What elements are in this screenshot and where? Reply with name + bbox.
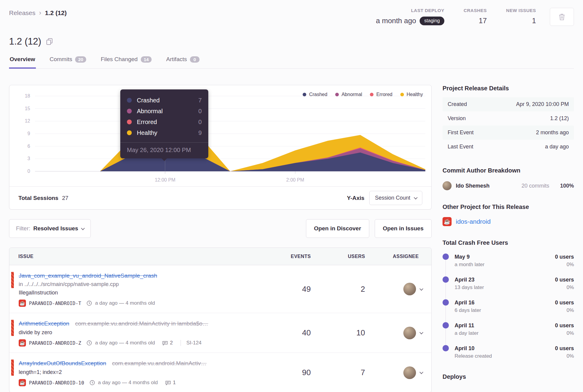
- chevron-down-icon[interactable]: [420, 370, 424, 374]
- open-in-discover-button[interactable]: Open in Discover: [306, 219, 369, 238]
- project-slug: PARANOID-ANDROID-10: [29, 380, 84, 386]
- author-avatar: [443, 181, 452, 190]
- crash-free-timeline-item: April 11 a day later 0 users 0%: [443, 322, 574, 337]
- detail-label: First Event: [448, 129, 474, 136]
- chevron-down-icon: [414, 196, 418, 200]
- main-column: 036912151812:00 PM2:00 PM CrashedAbnorma…: [9, 85, 432, 392]
- clock-icon: [90, 380, 95, 385]
- svg-text:9: 9: [27, 131, 30, 136]
- tab-artifacts[interactable]: Artifacts0: [165, 56, 200, 69]
- breadcrumb: Releases › 1.2 (12): [9, 8, 67, 17]
- svg-text:3: 3: [27, 156, 30, 161]
- timeline-users: 0 users: [555, 322, 574, 329]
- legend-label: Errored: [376, 92, 392, 97]
- timeline-percent: 0%: [555, 306, 574, 314]
- timeline-subtext: 13 days later: [455, 284, 484, 291]
- section-title: Total Crash Free Users: [443, 239, 574, 246]
- project-slug: PARANOID-ANDROID-Z: [29, 340, 81, 346]
- last-deploy-value: a month ago: [376, 17, 416, 25]
- legend-label: Abnormal: [342, 92, 362, 97]
- issues-filter-dropdown[interactable]: Filter: Resolved Issues: [9, 219, 91, 238]
- stacked-area-chart[interactable]: 036912151812:00 PM2:00 PM: [9, 87, 431, 186]
- issue-culprit: com.example.vu.android.MainActiv…: [112, 360, 207, 366]
- issue-users-count: 7: [311, 368, 365, 377]
- issue-message: length=1; index=2: [19, 368, 260, 376]
- tooltip-arrow: [162, 158, 167, 161]
- crash-free-users-section: Total Crash Free Users May 9 a month lat…: [443, 239, 574, 360]
- legend-item-errored[interactable]: Errored: [370, 92, 392, 97]
- other-project-section: Other Project for This Release ☕ idos-an…: [443, 204, 574, 226]
- crash-free-timeline: May 9 a month later 0 users 0% April 23 …: [443, 253, 574, 360]
- project-icon: ☕: [19, 379, 26, 386]
- legend-item-healthy[interactable]: Healthy: [400, 92, 423, 97]
- detail-label: Version: [448, 115, 466, 122]
- issue-title-link[interactable]: Java_com_example_vu_android_NativeSample…: [19, 272, 157, 279]
- tab-commits[interactable]: Commits20: [49, 56, 87, 69]
- tooltip-row-abnormal: Abnormal0: [127, 106, 202, 117]
- assignee-avatar[interactable]: [403, 327, 416, 339]
- issue-events-count: 49: [263, 285, 311, 294]
- tab-files-changed[interactable]: Files Changed14: [100, 56, 152, 69]
- sessions-chart-card: 036912151812:00 PM2:00 PM CrashedAbnorma…: [9, 85, 432, 210]
- issue-title-link[interactable]: ArrayIndexOutOfBoundsException: [19, 360, 106, 366]
- chevron-down-icon[interactable]: [420, 287, 424, 291]
- yaxis-selected-value: Session Count: [375, 195, 410, 201]
- breadcrumb-releases[interactable]: Releases: [9, 9, 36, 17]
- issue-age: a day ago — 4 months old: [95, 340, 155, 346]
- issue-location: in ../../../../src/main/cpp/native-sampl…: [19, 280, 260, 288]
- tab-label: Commits: [50, 56, 72, 63]
- chevron-down-icon[interactable]: [420, 331, 424, 334]
- legend-dot-icon: [400, 93, 404, 96]
- timeline-percent: 0%: [555, 261, 574, 269]
- detail-value: Apr 9, 2020 10:00 PM: [516, 101, 569, 107]
- section-title: Deploys: [443, 373, 574, 380]
- author-percent: 100%: [560, 183, 574, 189]
- timeline-date: April 23: [455, 276, 484, 284]
- assignee-avatar[interactable]: [403, 283, 416, 295]
- timeline-users: 0 users: [555, 344, 574, 352]
- delete-release-button[interactable]: [550, 8, 574, 26]
- clock-icon: [87, 340, 92, 346]
- stat-new-issues: NEW ISSUES 1: [506, 8, 536, 25]
- column-header-users: USERS: [311, 254, 365, 259]
- crash-free-timeline-item: April 16 6 days later 0 users 0%: [443, 299, 574, 314]
- yaxis-select[interactable]: Session Count: [369, 191, 422, 205]
- crash-free-timeline-item: April 10 Release created 0 users 0%: [443, 344, 574, 360]
- issue-culprit: com.example.vu.android.MainActivity in l…: [75, 320, 208, 327]
- issue-message: divide by zero: [19, 328, 260, 337]
- timeline-dot-icon: [443, 276, 449, 283]
- project-icon: ☕: [443, 217, 452, 226]
- issue-title-link[interactable]: ArithmeticException: [19, 320, 69, 327]
- tooltip-row-healthy: Healthy9: [127, 127, 202, 138]
- assignee-avatar[interactable]: [403, 366, 416, 379]
- timeline-users: 0 users: [555, 253, 574, 261]
- tab-overview[interactable]: Overview: [9, 56, 36, 69]
- copy-icon[interactable]: [46, 38, 53, 45]
- detail-label: Last Event: [448, 144, 473, 150]
- breadcrumb-separator-icon: ›: [39, 9, 41, 17]
- open-in-issues-button[interactable]: Open in Issues: [375, 219, 432, 238]
- clock-icon: [87, 300, 92, 306]
- issue-age: a day ago — 4 months old: [98, 380, 158, 386]
- issue-row: ArrayIndexOutOfBoundsException com.examp…: [9, 353, 431, 392]
- release-overview-page: Releases › 1.2 (12) LAST DEPLOY a month …: [0, 0, 583, 392]
- column-header-events: EVENTS: [263, 254, 311, 259]
- sessions-chart[interactable]: 036912151812:00 PM2:00 PM CrashedAbnorma…: [9, 85, 431, 186]
- issue-age: a day ago — 4 months old: [95, 300, 155, 306]
- legend-item-crashed[interactable]: Crashed: [303, 92, 327, 97]
- comment-bubble-icon: [165, 380, 171, 385]
- tooltip-row-errored: Errored0: [127, 117, 202, 127]
- other-project-link[interactable]: idos-android: [456, 218, 491, 225]
- tooltip-date: May 26, 2020 12:00 PM: [120, 142, 208, 158]
- issue-row: ArithmeticException com.example.vu.andro…: [9, 313, 431, 353]
- total-sessions-label: Total Sessions: [18, 195, 58, 201]
- ticket-id[interactable]: SI-124: [181, 340, 201, 346]
- svg-text:18: 18: [25, 93, 30, 98]
- commit-author-row: Ido Shemesh20 commits100%: [443, 181, 574, 190]
- crash-free-timeline-item: May 9 a month later 0 users 0%: [443, 253, 574, 269]
- issues-filter-bar: Filter: Resolved Issues Open in Discover…: [9, 219, 432, 238]
- legend-dot-icon: [335, 93, 339, 96]
- issue-events-count: 40: [263, 328, 311, 338]
- legend-item-abnormal[interactable]: Abnormal: [335, 92, 362, 97]
- detail-value: a day ago: [545, 144, 569, 150]
